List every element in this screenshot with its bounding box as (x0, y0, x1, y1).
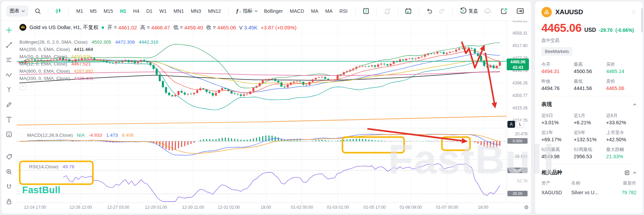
rsi-legend[interactable]: RSI(14,Close) 49.78 (29, 164, 77, 169)
cloud-sync-button[interactable] (481, 5, 494, 17)
redo-button[interactable] (436, 6, 448, 17)
chart-title[interactable]: Gold vs US Dollar, H1, 不复权 (29, 24, 98, 31)
timeframe-mn1[interactable]: MN1 (171, 6, 186, 16)
search-button[interactable] (32, 6, 44, 16)
quick-indicator-rsi[interactable]: RSI (337, 6, 350, 16)
quick-indicator-macd[interactable]: MACD (287, 6, 306, 16)
price-axis-label: 4355.77 (507, 93, 528, 98)
indicator-legend-ma200-ema[interactable]: MA(200, 0, EMA, Close) 4411.464 (19, 47, 96, 52)
magnet-tool-button[interactable] (5, 182, 14, 191)
timeframe-mn3[interactable]: MN3 (188, 6, 203, 16)
lock-icon (6, 198, 12, 205)
layout-panels-button[interactable] (360, 6, 372, 17)
last-price-badge: 4465.06 43:43 (507, 59, 529, 70)
brush-tool-button[interactable] (5, 100, 14, 109)
quote-label: 卖价 (606, 78, 636, 84)
perf-value: +69.17% (541, 137, 572, 142)
timeframe-mn12[interactable]: MN12 (206, 6, 223, 16)
undo-button[interactable] (423, 6, 436, 17)
macd-legend[interactable]: MACD(12,26,9,Close) N/A -4.933 1.473 6.4… (27, 133, 137, 138)
collapse-right-icon (516, 8, 524, 15)
related-title: 相关品种 (541, 169, 562, 176)
lock-tool-button[interactable] (5, 197, 14, 206)
list-view-icon[interactable] (625, 170, 629, 175)
perf-label: 上市至今 (606, 129, 636, 136)
chart-type-button[interactable] (52, 6, 64, 16)
zoom-in-tool-button[interactable] (5, 167, 14, 176)
timeframe-m1[interactable]: M1 (74, 6, 85, 16)
collapse-panel-button[interactable] (514, 6, 527, 17)
bar-countdown: 43:43 (507, 65, 529, 70)
timeframe-m15[interactable]: M15 (101, 6, 115, 16)
perf-label: 近1月 (574, 113, 604, 119)
legend-collapse-button[interactable]: ⌃ (19, 84, 26, 90)
trendline-icon (6, 42, 12, 48)
broker-badge[interactable]: BeeMarkets (541, 47, 572, 56)
chart-menu-button[interactable]: 图表 (6, 6, 28, 17)
timeframe-d1[interactable]: D1 (144, 6, 155, 16)
share-button[interactable] (498, 6, 510, 17)
sticker-tool-button[interactable] (5, 130, 14, 139)
fib-lines-tool-button[interactable] (5, 55, 14, 64)
measure-tool-button[interactable] (5, 152, 14, 161)
indicator-legend-ma800[interactable]: MA(800, 0, EMA, Close) 4287.892 (19, 69, 96, 74)
related-section-header[interactable]: 相关品种 (541, 169, 636, 176)
quick-indicator-ma2[interactable]: MA (323, 6, 335, 16)
perf-label: 近5日 (541, 113, 572, 119)
quote-value: 4494.76 (541, 86, 572, 91)
crosshair-icon (6, 27, 12, 34)
indicator-legend-bollinger[interactable]: Bollinger(26, 0, 2.0, SMA, Close) 4502.3… (19, 39, 161, 45)
wave-icon (6, 71, 12, 78)
timeframe-w1[interactable]: W1 (157, 6, 169, 16)
perf-value: +3.01% (541, 120, 572, 125)
time-axis-label: 12-24 17:00 (24, 205, 46, 210)
time-axis-label: 01-07 00:00 (436, 205, 458, 210)
time-axis-label: 16:00 (478, 205, 488, 210)
quote-label: 买价 (606, 61, 636, 68)
performance-section-header[interactable]: 表现 (541, 101, 636, 108)
macd-zero-badge: 0.000 (507, 138, 528, 144)
text-tool-button[interactable] (5, 115, 14, 124)
quote-label: 最高 (574, 61, 604, 68)
indicator-legend-ma50[interactable]: MA(50, 0, EMA, Close) 4450.926 (19, 54, 94, 59)
market-open-dot (102, 26, 104, 29)
related-row-xagusd[interactable]: XAGUSD Silver vs U... 79.782 (541, 190, 636, 195)
share-icon (501, 8, 507, 15)
quick-indicator-ma1[interactable]: MA (308, 6, 321, 16)
indicator-legend-ma200-sma[interactable]: MA(200, 0, SMA, Close) 4426.431 (19, 76, 96, 81)
fastbull-brand-logo: FastBull (22, 185, 61, 196)
timeframe-h4[interactable]: H4 (131, 6, 142, 16)
pitchfork-icon (6, 86, 12, 93)
crosshair-tool-button[interactable] (5, 26, 14, 35)
alert-button[interactable] (381, 6, 393, 17)
price-axis-label: 4315.26 (507, 106, 528, 110)
economic-calendar-button[interactable] (402, 6, 415, 17)
timeframe-m5[interactable]: M5 (87, 6, 99, 16)
rsi-value-label: 52.78 (507, 179, 528, 183)
eraser-tool-button[interactable] (5, 212, 14, 215)
close-label: 收 = (206, 24, 216, 31)
cloud-icon (484, 7, 491, 15)
auto-scale-button[interactable]: A (507, 121, 515, 128)
timeframe-h1-active[interactable]: H1 (118, 6, 129, 16)
related-price: 79.782 (621, 190, 636, 195)
replay-button[interactable]: 复盘 (457, 5, 481, 17)
quick-indicator-bollinger[interactable]: Bollinger (262, 6, 285, 16)
indicator-legend-ma12[interactable]: MA(12, 0, EMA, Close) 4467.521 (19, 61, 94, 66)
panel-scrollbar[interactable] (641, 8, 643, 33)
search-icon (35, 8, 41, 14)
time-axis-label: 01-05 17:00 (364, 205, 386, 210)
pitchfork-tool-button[interactable] (5, 85, 14, 94)
panel-change-pct: (-0.66%) (615, 27, 634, 33)
indicators-button[interactable]: ƒ+ 指标 (233, 6, 260, 16)
wave-pattern-tool-button[interactable] (5, 70, 14, 79)
log-scale-button[interactable]: L (516, 121, 524, 128)
bar-change-value: +3.87 (+0.09%) (261, 25, 296, 30)
axis-settings-gear-icon[interactable]: ⚙ (524, 204, 529, 210)
drawing-tool-rail (1, 26, 17, 215)
chart-menu-label: 图表 (10, 8, 19, 14)
favorite-star-icon[interactable]: ☆ (631, 8, 636, 16)
trendline-tool-button[interactable] (5, 41, 14, 50)
open-label: 开 = (107, 24, 117, 31)
perf-label: 最大跌幅 (606, 146, 636, 153)
